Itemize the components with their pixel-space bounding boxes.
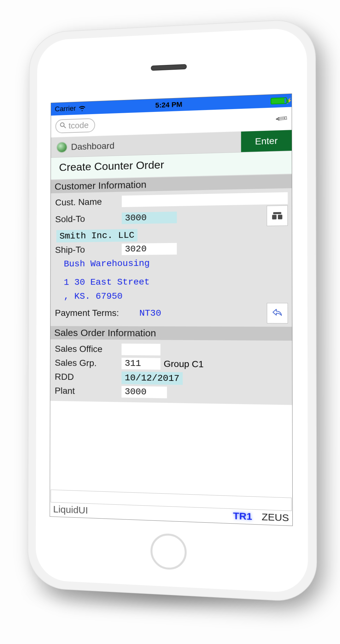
screen: Carrier 5:24 PM ⚡ tcode: [50, 94, 293, 526]
enter-button[interactable]: Enter: [241, 130, 292, 152]
sold-to-label: Sold-To: [55, 213, 119, 225]
home-button[interactable]: [150, 533, 187, 571]
ship-to-name: Bush Warehousing: [61, 257, 153, 270]
phone-speaker: [151, 64, 187, 71]
ship-to-label: Ship-To: [55, 244, 119, 255]
system-code[interactable]: TR1: [233, 510, 252, 522]
sales-office-label: Sales Office: [55, 344, 118, 355]
wand-icon[interactable]: 🖉: [274, 111, 289, 126]
wifi-icon: [79, 105, 86, 113]
tcode-placeholder: tcode: [68, 120, 89, 131]
rdd-field[interactable]: 10/12/2017: [121, 371, 183, 385]
binoculars-icon: [272, 212, 282, 219]
cust-name-field[interactable]: [122, 192, 288, 207]
sales-office-field[interactable]: [121, 344, 160, 356]
customer-section: Cust. Name Sold-To 3000 Smith Inc. LLC: [50, 188, 292, 327]
sales-group-name: Group C1: [164, 359, 204, 369]
globe-icon: [56, 142, 67, 153]
sales-group-field[interactable]: 311: [121, 358, 160, 370]
battery-icon: ⚡: [271, 97, 287, 105]
sold-to-field[interactable]: 3000: [122, 212, 177, 224]
plant-label: Plant: [55, 386, 118, 397]
carrier-label: Carrier: [55, 104, 86, 113]
phone-bezel: Carrier 5:24 PM ⚡ tcode: [36, 27, 308, 594]
dashboard-label: Dashboard: [71, 141, 114, 152]
sold-to-name: Smith Inc. LLC: [56, 229, 138, 242]
search-icon: [60, 122, 66, 131]
server-label[interactable]: ZEUS: [262, 511, 289, 524]
svg-line-1: [64, 126, 66, 128]
sales-section: Sales Office Sales Grp. 311 Group C1 RDD…: [50, 339, 292, 405]
ship-to-field[interactable]: 3020: [122, 243, 177, 255]
payment-action-button[interactable]: [267, 303, 288, 323]
status-time: 5:24 PM: [155, 100, 182, 110]
brand-label: LiquidUI: [53, 504, 88, 516]
payment-terms-value: NT30: [139, 308, 161, 318]
address-line-2: , KS. 67950: [61, 290, 126, 302]
phone-frame: Carrier 5:24 PM ⚡ tcode: [27, 18, 317, 603]
address-line-1: 1 30 East Street: [61, 276, 153, 288]
plant-field[interactable]: 3000: [121, 386, 167, 398]
sales-group-label: Sales Grp.: [55, 358, 119, 368]
search-sold-to-button[interactable]: [267, 205, 288, 226]
sales-section-header: Sales Order Information: [50, 326, 292, 341]
footer-area: LiquidUI TR1 ZEUS: [50, 488, 292, 526]
cust-name-label: Cust. Name: [55, 196, 119, 208]
svg-point-0: [60, 123, 64, 126]
payment-terms-label: Payment Terms:: [55, 308, 136, 318]
tcode-input[interactable]: tcode: [56, 118, 95, 133]
carrier-text: Carrier: [55, 104, 76, 113]
rdd-label: RDD: [55, 372, 119, 383]
reply-arrow-icon: [272, 308, 282, 319]
